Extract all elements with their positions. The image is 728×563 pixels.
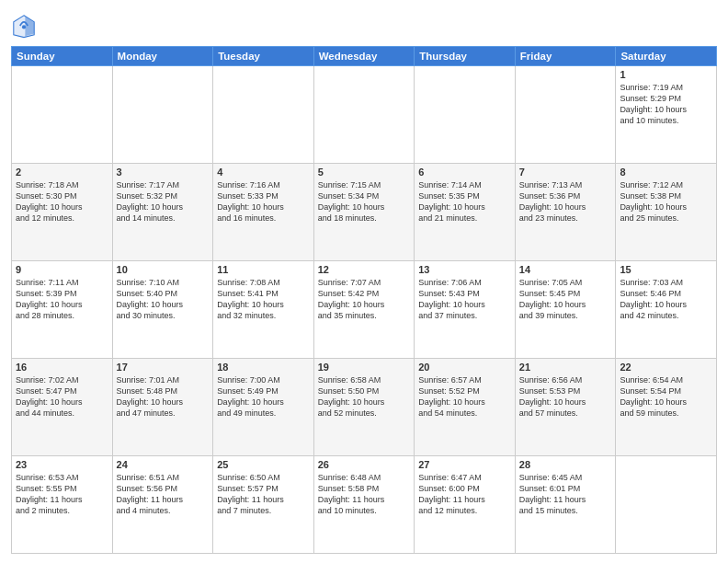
calendar-week-row: 2Sunrise: 7:18 AM Sunset: 5:30 PM Daylig… <box>12 164 717 261</box>
weekday-header: Tuesday <box>213 47 314 66</box>
calendar-table: SundayMondayTuesdayWednesdayThursdayFrid… <box>11 46 717 554</box>
day-info: Sunrise: 7:17 AM Sunset: 5:32 PM Dayligh… <box>117 179 210 224</box>
day-info: Sunrise: 7:02 AM Sunset: 5:47 PM Dayligh… <box>16 374 108 419</box>
calendar-day-cell: 2Sunrise: 7:18 AM Sunset: 5:30 PM Daylig… <box>12 164 113 261</box>
calendar-day-cell: 1Sunrise: 7:19 AM Sunset: 5:29 PM Daylig… <box>616 66 717 164</box>
calendar-day-cell: 18Sunrise: 7:00 AM Sunset: 5:49 PM Dayli… <box>213 359 314 456</box>
day-number: 25 <box>217 459 310 470</box>
weekday-header: Monday <box>112 47 213 66</box>
day-info: Sunrise: 7:01 AM Sunset: 5:48 PM Dayligh… <box>117 374 210 419</box>
day-number: 8 <box>620 167 712 178</box>
calendar-header-row: SundayMondayTuesdayWednesdayThursdayFrid… <box>12 47 717 66</box>
day-number: 20 <box>418 362 511 373</box>
calendar-day-cell: 7Sunrise: 7:13 AM Sunset: 5:36 PM Daylig… <box>515 164 616 261</box>
day-number: 26 <box>318 459 411 470</box>
calendar-day-cell: 24Sunrise: 6:51 AM Sunset: 5:56 PM Dayli… <box>112 456 213 554</box>
weekday-header: Wednesday <box>313 47 415 66</box>
calendar-week-row: 16Sunrise: 7:02 AM Sunset: 5:47 PM Dayli… <box>12 359 717 456</box>
day-number: 7 <box>519 167 612 178</box>
day-info: Sunrise: 7:03 AM Sunset: 5:46 PM Dayligh… <box>620 277 712 322</box>
day-info: Sunrise: 6:47 AM Sunset: 6:00 PM Dayligh… <box>418 472 511 517</box>
calendar-day-cell: 27Sunrise: 6:47 AM Sunset: 6:00 PM Dayli… <box>415 456 516 554</box>
calendar-day-cell <box>213 66 314 164</box>
calendar-day-cell <box>12 66 113 164</box>
day-info: Sunrise: 7:19 AM Sunset: 5:29 PM Dayligh… <box>620 82 712 127</box>
calendar-day-cell: 21Sunrise: 6:56 AM Sunset: 5:53 PM Dayli… <box>515 359 616 456</box>
day-info: Sunrise: 6:53 AM Sunset: 5:55 PM Dayligh… <box>16 472 108 517</box>
header <box>11 9 717 39</box>
day-number: 5 <box>318 167 411 178</box>
day-number: 1 <box>620 69 712 80</box>
day-number: 6 <box>418 167 511 178</box>
calendar-day-cell: 9Sunrise: 7:11 AM Sunset: 5:39 PM Daylig… <box>12 261 113 359</box>
day-number: 4 <box>217 167 310 178</box>
day-info: Sunrise: 6:51 AM Sunset: 5:56 PM Dayligh… <box>117 472 210 517</box>
calendar-day-cell: 10Sunrise: 7:10 AM Sunset: 5:40 PM Dayli… <box>112 261 213 359</box>
day-info: Sunrise: 6:48 AM Sunset: 5:58 PM Dayligh… <box>318 472 411 517</box>
calendar-day-cell: 4Sunrise: 7:16 AM Sunset: 5:33 PM Daylig… <box>213 164 314 261</box>
day-number: 27 <box>418 459 511 470</box>
calendar-day-cell: 13Sunrise: 7:06 AM Sunset: 5:43 PM Dayli… <box>415 261 516 359</box>
day-number: 28 <box>519 459 612 470</box>
svg-point-3 <box>22 25 26 29</box>
calendar-day-cell <box>616 456 717 554</box>
weekday-header: Sunday <box>12 47 113 66</box>
calendar-day-cell: 12Sunrise: 7:07 AM Sunset: 5:42 PM Dayli… <box>313 261 415 359</box>
calendar-day-cell: 6Sunrise: 7:14 AM Sunset: 5:35 PM Daylig… <box>415 164 516 261</box>
day-number: 16 <box>16 362 108 373</box>
day-number: 17 <box>117 362 210 373</box>
calendar-day-cell <box>515 66 616 164</box>
logo-icon <box>11 13 37 39</box>
day-number: 9 <box>16 264 108 275</box>
day-number: 12 <box>318 264 411 275</box>
day-info: Sunrise: 7:14 AM Sunset: 5:35 PM Dayligh… <box>418 179 511 224</box>
day-number: 21 <box>519 362 612 373</box>
calendar-day-cell <box>415 66 516 164</box>
day-info: Sunrise: 7:06 AM Sunset: 5:43 PM Dayligh… <box>418 277 511 322</box>
day-info: Sunrise: 7:10 AM Sunset: 5:40 PM Dayligh… <box>117 277 210 322</box>
calendar-day-cell: 28Sunrise: 6:45 AM Sunset: 6:01 PM Dayli… <box>515 456 616 554</box>
day-info: Sunrise: 7:05 AM Sunset: 5:45 PM Dayligh… <box>519 277 612 322</box>
day-number: 24 <box>117 459 210 470</box>
calendar-week-row: 23Sunrise: 6:53 AM Sunset: 5:55 PM Dayli… <box>12 456 717 554</box>
day-number: 18 <box>217 362 310 373</box>
day-number: 3 <box>117 167 210 178</box>
day-info: Sunrise: 7:08 AM Sunset: 5:41 PM Dayligh… <box>217 277 310 322</box>
day-info: Sunrise: 7:16 AM Sunset: 5:33 PM Dayligh… <box>217 179 310 224</box>
day-info: Sunrise: 7:15 AM Sunset: 5:34 PM Dayligh… <box>318 179 411 224</box>
calendar-day-cell <box>112 66 213 164</box>
calendar-day-cell: 20Sunrise: 6:57 AM Sunset: 5:52 PM Dayli… <box>415 359 516 456</box>
day-number: 10 <box>117 264 210 275</box>
calendar-day-cell: 5Sunrise: 7:15 AM Sunset: 5:34 PM Daylig… <box>313 164 415 261</box>
day-info: Sunrise: 7:11 AM Sunset: 5:39 PM Dayligh… <box>16 277 108 322</box>
calendar-day-cell: 8Sunrise: 7:12 AM Sunset: 5:38 PM Daylig… <box>616 164 717 261</box>
calendar-day-cell: 16Sunrise: 7:02 AM Sunset: 5:47 PM Dayli… <box>12 359 113 456</box>
calendar-week-row: 9Sunrise: 7:11 AM Sunset: 5:39 PM Daylig… <box>12 261 717 359</box>
day-number: 15 <box>620 264 712 275</box>
calendar-week-row: 1Sunrise: 7:19 AM Sunset: 5:29 PM Daylig… <box>12 66 717 164</box>
day-info: Sunrise: 6:56 AM Sunset: 5:53 PM Dayligh… <box>519 374 612 419</box>
day-info: Sunrise: 6:50 AM Sunset: 5:57 PM Dayligh… <box>217 472 310 517</box>
day-number: 23 <box>16 459 108 470</box>
logo <box>11 13 39 39</box>
day-info: Sunrise: 6:54 AM Sunset: 5:54 PM Dayligh… <box>620 374 712 419</box>
day-number: 19 <box>318 362 411 373</box>
day-info: Sunrise: 6:45 AM Sunset: 6:01 PM Dayligh… <box>519 472 612 517</box>
day-number: 13 <box>418 264 511 275</box>
day-number: 22 <box>620 362 712 373</box>
calendar-day-cell: 23Sunrise: 6:53 AM Sunset: 5:55 PM Dayli… <box>12 456 113 554</box>
day-number: 14 <box>519 264 612 275</box>
calendar-day-cell: 3Sunrise: 7:17 AM Sunset: 5:32 PM Daylig… <box>112 164 213 261</box>
day-info: Sunrise: 7:07 AM Sunset: 5:42 PM Dayligh… <box>318 277 411 322</box>
day-number: 2 <box>16 167 108 178</box>
day-info: Sunrise: 6:58 AM Sunset: 5:50 PM Dayligh… <box>318 374 411 419</box>
day-info: Sunrise: 7:13 AM Sunset: 5:36 PM Dayligh… <box>519 179 612 224</box>
calendar-day-cell: 22Sunrise: 6:54 AM Sunset: 5:54 PM Dayli… <box>616 359 717 456</box>
calendar-day-cell: 25Sunrise: 6:50 AM Sunset: 5:57 PM Dayli… <box>213 456 314 554</box>
page: SundayMondayTuesdayWednesdayThursdayFrid… <box>0 0 728 563</box>
calendar-day-cell: 26Sunrise: 6:48 AM Sunset: 5:58 PM Dayli… <box>313 456 415 554</box>
day-info: Sunrise: 7:12 AM Sunset: 5:38 PM Dayligh… <box>620 179 712 224</box>
weekday-header: Friday <box>515 47 616 66</box>
day-info: Sunrise: 7:18 AM Sunset: 5:30 PM Dayligh… <box>16 179 108 224</box>
day-number: 11 <box>217 264 310 275</box>
